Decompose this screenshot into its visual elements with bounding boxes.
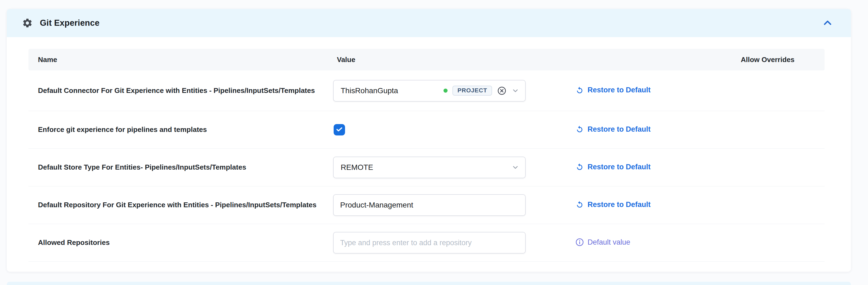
git-experience-section-card: Git Experience Name Value Allow Override… xyxy=(7,9,851,272)
restore-icon xyxy=(575,162,584,172)
connector-select[interactable]: ThisRohanGupta PROJECT xyxy=(333,80,526,102)
table-row-store-type: Default Store Type For Entities- Pipelin… xyxy=(29,149,825,186)
clear-selection-icon[interactable] xyxy=(497,86,507,96)
restore-label: Restore to Default xyxy=(588,163,651,171)
section-title: Git Experience xyxy=(40,18,99,28)
connector-status-dot xyxy=(443,88,447,93)
store-type-selected-value: REMOTE xyxy=(341,163,373,172)
next-section-top-edge xyxy=(7,282,851,285)
section-header[interactable]: Git Experience xyxy=(7,9,851,37)
setting-name: Enforce git experience for pipelines and… xyxy=(38,125,333,134)
restore-default-link[interactable]: Restore to Default xyxy=(575,85,651,95)
collapse-section-button[interactable] xyxy=(820,16,835,30)
restore-icon xyxy=(575,200,584,209)
setting-name: Default Store Type For Entities- Pipelin… xyxy=(38,163,333,172)
default-repository-input[interactable] xyxy=(333,194,526,216)
column-header-allow-overrides: Allow Overrides xyxy=(741,56,795,64)
restore-default-link[interactable]: Restore to Default xyxy=(575,162,651,172)
check-icon xyxy=(335,125,343,134)
default-value-link[interactable]: Default value xyxy=(575,238,630,247)
table-header-row: Name Value Allow Overrides xyxy=(29,49,825,70)
column-header-name: Name xyxy=(29,56,333,64)
scope-badge: PROJECT xyxy=(453,85,492,96)
restore-icon xyxy=(575,124,584,134)
allowed-repositories-input[interactable] xyxy=(333,232,526,254)
setting-name: Default Repository For Git Experience wi… xyxy=(38,200,333,210)
restore-icon xyxy=(575,85,584,95)
store-type-select[interactable]: REMOTE xyxy=(333,156,526,178)
table-row-default-connector: Default Connector For Git Experience wit… xyxy=(29,70,825,111)
table-row-default-repository: Default Repository For Git Experience wi… xyxy=(29,186,825,224)
restore-label: Restore to Default xyxy=(588,201,651,209)
column-header-value: Value xyxy=(333,56,575,64)
chevron-up-icon xyxy=(822,17,834,30)
enforce-git-checkbox[interactable] xyxy=(334,124,345,136)
table-row-enforce-git: Enforce git experience for pipelines and… xyxy=(29,111,825,149)
account-settings-page: Git Experience Name Value Allow Override… xyxy=(0,0,868,285)
restore-label: Restore to Default xyxy=(588,86,651,94)
chevron-down-icon xyxy=(512,87,519,95)
chevron-down-icon xyxy=(512,164,519,171)
settings-table: Name Value Allow Overrides Default Conne… xyxy=(29,49,825,262)
restore-label: Restore to Default xyxy=(588,125,651,134)
table-row-allowed-repositories: Allowed Repositories Default value xyxy=(29,224,825,262)
restore-default-link[interactable]: Restore to Default xyxy=(575,124,651,134)
restore-default-link[interactable]: Restore to Default xyxy=(575,200,651,209)
setting-name: Allowed Repositories xyxy=(38,238,333,247)
setting-name: Default Connector For Git Experience wit… xyxy=(38,86,333,95)
connector-selected-value: ThisRohanGupta xyxy=(341,86,398,95)
default-value-label: Default value xyxy=(588,238,630,247)
info-icon xyxy=(575,238,584,247)
settings-gear-icon xyxy=(22,17,33,29)
